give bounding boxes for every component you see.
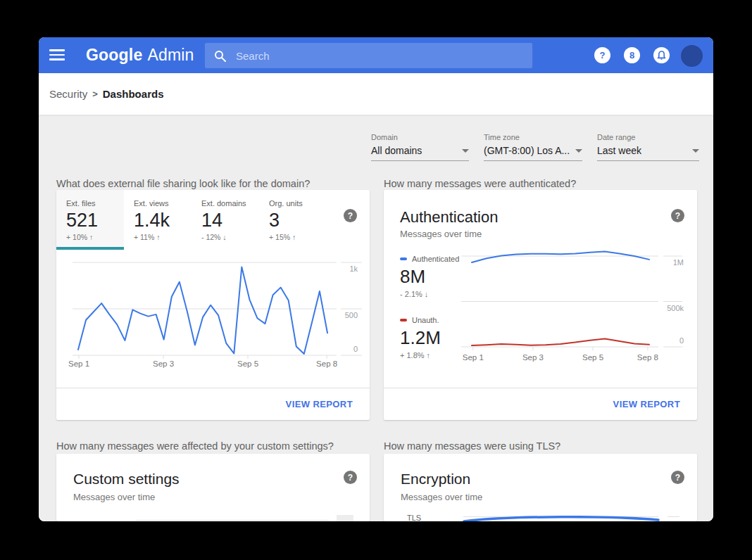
chevron-down-icon	[462, 149, 469, 153]
chevron-down-icon	[692, 149, 699, 153]
timezone-filter[interactable]: Time zone (GMT-8:00) Los A...	[484, 133, 582, 161]
logo-admin: Admin	[147, 46, 194, 65]
svg-text:500: 500	[345, 311, 358, 319]
timezone-filter-label: Time zone	[484, 133, 582, 141]
account-avatar[interactable]	[681, 45, 703, 67]
logo-google: Google	[86, 46, 142, 65]
authenticated-legend-dash	[400, 257, 407, 260]
card-footer: VIEW REPORT	[56, 388, 370, 420]
stat-authenticated: Authenticated 8M - 2.1% ↓	[400, 255, 463, 298]
svg-text:500k: 500k	[667, 304, 684, 312]
timezone-filter-value: (GMT-8:00) Los A...	[484, 145, 570, 156]
tab-ext-views-delta: + 11% ↑	[134, 233, 192, 241]
question-authentication: How many messages were authenticated?	[384, 178, 576, 189]
help-circle-icon[interactable]: ?	[671, 209, 684, 222]
unauth-legend-dash	[400, 319, 407, 322]
search-icon	[214, 50, 226, 62]
daterange-filter-value: Last week	[597, 145, 687, 156]
authenticated-delta: - 2.1% ↓	[400, 290, 463, 298]
admin-console-window: Google Admin ? 8 Security > Dashboard	[39, 37, 713, 521]
breadcrumb-security[interactable]: Security	[49, 88, 87, 100]
file-sharing-tabs: Ext. files 521 + 10% ↑ Ext. views 1.4k +…	[56, 190, 370, 250]
unauth-value: 1.2M	[400, 327, 463, 349]
search-bar[interactable]	[205, 43, 532, 68]
question-file-sharing: What does external file sharing look lik…	[56, 178, 310, 189]
tab-org-units-value: 3	[269, 210, 327, 231]
axis-label-fragment	[337, 515, 353, 521]
topbar: Google Admin ? 8	[39, 37, 713, 73]
notifications-bell-icon[interactable]	[653, 47, 670, 63]
gridline	[136, 520, 329, 521]
svg-text:Sep 1: Sep 1	[463, 353, 484, 362]
svg-text:0: 0	[353, 345, 358, 353]
svg-text:Sep 5: Sep 5	[237, 359, 258, 368]
badge-8-icon[interactable]: 8	[624, 47, 640, 63]
card-title: Authentication	[400, 208, 498, 227]
authenticated-value: 8M	[400, 266, 463, 288]
tab-ext-views-value: 1.4k	[134, 210, 192, 231]
svg-text:Sep 3: Sep 3	[153, 359, 174, 368]
stat-unauth: Unauth. 1.2M + 1.8% ↑	[400, 316, 463, 359]
domain-filter[interactable]: Domain All domains	[371, 133, 469, 161]
svg-text:Sep 8: Sep 8	[316, 359, 337, 368]
question-custom-settings: How many messages were affected by your …	[56, 440, 334, 452]
dashboard-content: Domain All domains Time zone (GMT-8:00) …	[39, 115, 713, 521]
breadcrumb-separator: >	[92, 89, 98, 99]
card-title: Encryption	[401, 471, 470, 488]
breadcrumb: Security > Dashboards	[39, 73, 713, 115]
auth-stats: Authenticated 8M - 2.1% ↓ Unauth. 1.2M +…	[400, 255, 463, 359]
tab-ext-domains-delta: - 12% ↓	[201, 233, 259, 241]
help-icon[interactable]: ?	[594, 47, 610, 63]
svg-text:1M: 1M	[673, 258, 684, 267]
encryption-card: Encryption Messages over time ? TLS	[384, 454, 697, 521]
breadcrumb-dashboards: Dashboards	[103, 88, 164, 100]
daterange-filter[interactable]: Date range Last week	[597, 133, 699, 161]
tab-org-units[interactable]: Org. units 3 + 15% ↑	[259, 190, 327, 250]
tab-ext-domains[interactable]: Ext. domains 14 - 12% ↓	[192, 190, 259, 250]
domain-filter-value: All domains	[371, 145, 456, 156]
app-logo[interactable]: Google Admin	[86, 37, 194, 73]
tab-ext-domains-value: 14	[201, 210, 259, 231]
unauth-delta: + 1.8% ↑	[400, 351, 463, 359]
custom-settings-card: Custom settings Messages over time ?	[56, 454, 370, 521]
svg-text:Sep 8: Sep 8	[637, 353, 658, 362]
help-circle-icon[interactable]: ?	[344, 209, 357, 222]
tls-chart-fragment	[463, 516, 660, 521]
svg-text:Sep 5: Sep 5	[582, 353, 603, 362]
card-title: Custom settings	[73, 471, 180, 488]
authentication-card: Authentication Messages over time ? Auth…	[384, 190, 697, 420]
gridline	[668, 516, 679, 517]
search-input[interactable]	[236, 50, 503, 62]
view-report-link[interactable]: VIEW REPORT	[286, 399, 353, 409]
view-report-link[interactable]: VIEW REPORT	[613, 399, 680, 409]
menu-icon[interactable]	[49, 47, 66, 63]
svg-text:Sep 3: Sep 3	[522, 353, 544, 362]
tab-ext-files-value: 521	[66, 210, 124, 231]
authentication-chart: 1M500k0Sep 1Sep 3Sep 5Sep 8	[461, 246, 697, 366]
tab-ext-views[interactable]: Ext. views 1.4k + 11% ↑	[124, 190, 192, 250]
card-footer: VIEW REPORT	[384, 388, 697, 420]
tab-ext-files-delta: + 10% ↑	[66, 233, 124, 241]
file-sharing-chart: 1k5000Sep 1Sep 3Sep 5Sep 8	[56, 250, 370, 370]
filters-row: Domain All domains Time zone (GMT-8:00) …	[371, 133, 699, 161]
question-encryption: How many messages were using TLS?	[384, 440, 560, 452]
file-sharing-card: Ext. files 521 + 10% ↑ Ext. views 1.4k +…	[56, 190, 370, 420]
tab-org-units-delta: + 15% ↑	[269, 233, 327, 241]
domain-filter-label: Domain	[371, 133, 469, 141]
svg-text:1k: 1k	[349, 265, 358, 273]
help-circle-icon[interactable]: ?	[671, 471, 684, 484]
card-subtitle: Messages over time	[73, 492, 155, 502]
help-circle-icon[interactable]: ?	[344, 471, 357, 484]
svg-text:Sep 1: Sep 1	[68, 359, 89, 368]
card-subtitle: Messages over time	[400, 229, 482, 239]
svg-text:0: 0	[679, 336, 684, 345]
chevron-down-icon	[575, 149, 582, 153]
tab-ext-files[interactable]: Ext. files 521 + 10% ↑	[56, 190, 124, 250]
tls-legend-fragment: TLS	[407, 514, 421, 521]
daterange-filter-label: Date range	[597, 133, 699, 141]
card-subtitle: Messages over time	[401, 492, 482, 502]
